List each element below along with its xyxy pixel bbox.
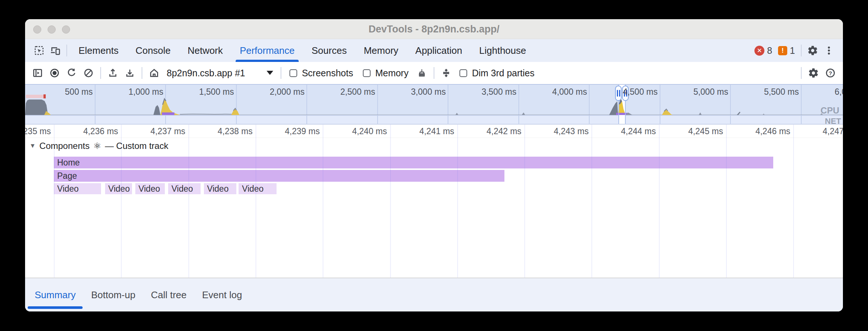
track-entry-video[interactable]: Video <box>105 183 132 194</box>
tab-network[interactable]: Network <box>179 39 231 62</box>
ruler-tick-label: 4,235 ms <box>25 126 51 136</box>
tab-memory[interactable]: Memory <box>355 39 407 62</box>
help-icon[interactable]: ? <box>822 65 839 81</box>
drawer-tab-summary[interactable]: Summary <box>27 278 83 311</box>
checkbox-box <box>459 69 467 77</box>
tab-elements[interactable]: Elements <box>70 39 127 62</box>
drawer-tab-call-tree[interactable]: Call tree <box>143 278 194 311</box>
devtools-window: DevTools - 8p2n9n.csb.app/ ElementsConso… <box>25 19 843 311</box>
download-profile-icon[interactable] <box>122 65 138 81</box>
screenshots-checkbox[interactable]: Screenshots <box>289 68 353 79</box>
grip-icon <box>617 90 618 97</box>
drawer-tab-bottom-up[interactable]: Bottom-up <box>83 278 143 311</box>
record-and-reload-icon[interactable] <box>63 65 80 81</box>
tab-lighthouse[interactable]: Lighthouse <box>471 39 535 62</box>
memory-checkbox[interactable]: Memory <box>363 68 409 79</box>
console-warnings-badge[interactable]: ! 1 <box>778 45 795 56</box>
ruler-tick-label: 4,238 ms <box>205 126 253 136</box>
timeline-ruler: 4,235 ms4,236 ms4,237 ms4,238 ms4,239 ms… <box>25 125 843 138</box>
active-drawer-tab-indicator <box>28 306 83 309</box>
error-icon: ✕ <box>754 46 764 56</box>
checkbox-box <box>363 69 371 77</box>
divider <box>142 67 142 79</box>
clear-recording-icon[interactable] <box>80 65 97 81</box>
cpu-activity-graph <box>25 85 843 125</box>
drawer-tabbar: SummaryBottom-upCall treeEvent log <box>25 278 843 311</box>
collapse-flame-icon[interactable] <box>438 65 454 81</box>
home-icon[interactable] <box>146 65 162 81</box>
tab-sources[interactable]: Sources <box>303 39 355 62</box>
timeline-detail[interactable]: HomePageVideoVideoVideoVideoVideoVideo 4… <box>25 125 843 278</box>
grip-icon <box>626 90 627 97</box>
collect-garbage-brush-icon[interactable] <box>414 65 430 81</box>
divider <box>434 67 434 79</box>
inspect-element-icon[interactable] <box>31 42 47 59</box>
custom-track-header[interactable]: ▼ Components ⚛ — Custom track <box>29 141 168 151</box>
active-tab-indicator <box>236 60 299 62</box>
tab-console[interactable]: Console <box>127 39 179 62</box>
ruler-tick-label: 4,242 ms <box>473 126 521 136</box>
target-label: 8p2n9n.csb.app #1 <box>167 68 245 79</box>
ruler-tick-label: 4,245 ms <box>675 126 723 136</box>
window-title: DevTools - 8p2n9n.csb.app/ <box>25 19 843 39</box>
track-entry-page[interactable]: Page <box>54 170 504 182</box>
collapse-triangle-icon[interactable]: ▼ <box>29 142 36 150</box>
divider <box>801 45 802 56</box>
chevron-down-icon <box>267 71 273 75</box>
console-errors-badge[interactable]: ✕ 8 <box>754 45 772 56</box>
warning-count: 1 <box>790 45 795 56</box>
performance-toolbar: 8p2n9n.csb.app #1 Screenshots Memory <box>25 62 843 84</box>
track-entry-video[interactable]: Video <box>239 183 277 194</box>
selection-left-handle[interactable] <box>615 86 622 101</box>
tab-performance[interactable]: Performance <box>231 39 303 62</box>
drawer-tab-event-log[interactable]: Event log <box>194 278 250 311</box>
track-entry-home[interactable]: Home <box>54 157 773 168</box>
tab-application[interactable]: Application <box>407 39 471 62</box>
grip-icon <box>624 90 625 97</box>
divider <box>281 67 281 79</box>
warning-icon: ! <box>778 46 787 55</box>
desktop-background: DevTools - 8p2n9n.csb.app/ ElementsConso… <box>0 0 868 331</box>
ruler-tick-label: 4,241 ms <box>406 126 454 136</box>
svg-text:?: ? <box>829 70 832 76</box>
net-lane-label: NET <box>825 116 841 125</box>
ruler-tick-label: 4,236 ms <box>70 126 118 136</box>
react-atom-icon: ⚛ <box>93 141 101 151</box>
ruler-tick-label: 4,244 ms <box>608 126 656 136</box>
toggle-sidebar-icon[interactable] <box>29 65 46 81</box>
track-entry-video[interactable]: Video <box>54 183 101 194</box>
more-options-kebab-icon[interactable] <box>821 42 837 59</box>
divider <box>801 67 802 79</box>
target-selector-dropdown[interactable]: 8p2n9n.csb.app #1 <box>167 68 273 79</box>
ruler-tick-label: 4,237 ms <box>138 126 185 136</box>
settings-gear-icon[interactable] <box>805 42 821 59</box>
titlebar[interactable]: DevTools - 8p2n9n.csb.app/ <box>25 19 843 39</box>
track-entry-video[interactable]: Video <box>135 183 165 194</box>
error-count: 8 <box>767 45 772 56</box>
grip-icon <box>619 90 620 97</box>
upload-profile-icon[interactable] <box>105 65 121 81</box>
divider <box>66 45 67 56</box>
capture-settings-gear-icon[interactable] <box>805 65 822 81</box>
track-entry-video[interactable]: Video <box>168 183 201 194</box>
ruler-tick-label: 4,247 ms <box>810 126 843 136</box>
dim-3rd-parties-checkbox[interactable]: Dim 3rd parties <box>459 68 535 79</box>
devtools-tabbar: ElementsConsoleNetworkPerformanceSources… <box>25 39 843 62</box>
checkbox-box <box>289 69 297 77</box>
track-subtitle: — Custom track <box>105 141 168 151</box>
device-toolbar-icon[interactable] <box>47 42 63 59</box>
track-entry-video[interactable]: Video <box>204 183 236 194</box>
ruler-tick-label: 4,240 ms <box>339 126 387 136</box>
ruler-tick-label: 4,239 ms <box>272 126 320 136</box>
record-icon[interactable] <box>46 65 63 81</box>
divider <box>100 67 101 79</box>
cpu-lane-label: CPU <box>820 105 839 116</box>
panel-tabs: ElementsConsoleNetworkPerformanceSources… <box>70 39 535 62</box>
selection-right-handle[interactable] <box>622 86 629 101</box>
ruler-tick-label: 4,246 ms <box>742 126 790 136</box>
track-title: Components <box>39 141 90 151</box>
ruler-tick-label: 4,243 ms <box>541 126 588 136</box>
timeline-overview[interactable]: 500 ms1,000 ms1,500 ms2,000 ms2,500 ms3,… <box>25 84 843 125</box>
